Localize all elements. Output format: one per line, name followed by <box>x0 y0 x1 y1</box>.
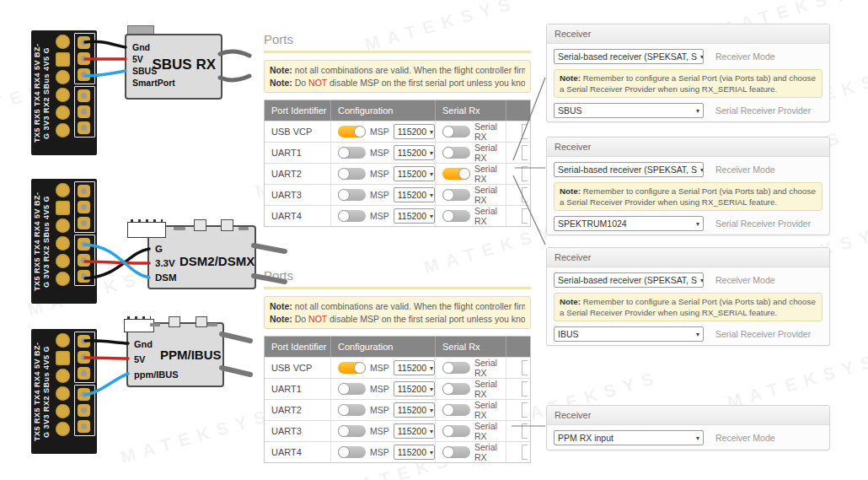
ports-table: Port Identifier Configuration Serial Rx … <box>264 336 531 463</box>
dsm-pin-labels: G 3.3V DSM <box>155 242 177 285</box>
serial-rx-toggle[interactable] <box>442 446 470 458</box>
dropdown-caret-icon: ▾ <box>430 213 433 220</box>
msp-toggle[interactable] <box>338 362 366 374</box>
serial-rx-label: Serial RX <box>474 400 501 420</box>
ppm-led-marking <box>150 323 160 326</box>
baud-select[interactable]: 115200▾ <box>394 402 435 418</box>
table-row: USB VCP MSP115200▾ Serial RX <box>265 357 530 378</box>
msp-toggle[interactable] <box>338 425 366 437</box>
serial-provider-select[interactable]: SBUS▾ <box>554 103 704 118</box>
solder-pad <box>56 52 70 67</box>
baud-value: 115200 <box>398 384 426 394</box>
receiver-mode-select[interactable]: Serial-based receiver (SPEKSAT, S▾ <box>554 272 704 288</box>
receiver-mode-select[interactable]: Serial-based receiver (SPEKSAT, S▾ <box>554 162 704 177</box>
pad-row-label-inner: G 3V3 RX2 SBus 4V5 G <box>42 329 51 454</box>
antenna-wire <box>222 368 250 375</box>
dropdown-caret-icon: ▾ <box>700 166 704 174</box>
msp-toggle[interactable] <box>338 446 366 458</box>
table-row: USB VCP MSP115200▾ Serial RX <box>265 121 530 142</box>
baud-select[interactable]: 115200▾ <box>394 208 435 224</box>
dropdown-caret-icon: ▾ <box>430 386 433 393</box>
receiver-mode-value: PPM RX input <box>558 433 613 443</box>
serial-rx-toggle[interactable] <box>442 126 470 138</box>
msp-toggle[interactable] <box>338 404 366 416</box>
receiver-mode-select[interactable]: Serial-based receiver (SPEKSAT, S▾ <box>554 49 704 64</box>
solder-pad <box>56 369 70 383</box>
msp-label: MSP <box>370 363 389 373</box>
pin-label-gnd: Gnd <box>132 41 175 53</box>
msp-toggle[interactable] <box>338 147 366 159</box>
pad-group <box>74 86 95 138</box>
solder-pad <box>78 185 90 197</box>
serial-provider-select[interactable]: SPEKTRUM1024▾ <box>554 216 704 231</box>
port-name: UART4 <box>265 442 331 462</box>
serial-rx-label: Serial RX <box>474 421 501 441</box>
port-name: USB VCP <box>265 358 331 378</box>
solder-pad <box>56 218 70 233</box>
note-text: not all combinations are valid. When the… <box>292 65 525 75</box>
serial-rx-label: Serial RX <box>474 379 501 399</box>
serial-rx-toggle[interactable] <box>442 168 470 180</box>
dropdown-caret-icon: ▾ <box>430 170 433 178</box>
ports-note-box: Note: not all combinations are valid. Wh… <box>264 296 531 329</box>
pad-group <box>74 385 95 436</box>
receiver-mode-select[interactable]: PPM RX input▾ <box>554 430 704 445</box>
table-header-row: Port Identifier Configuration Serial Rx <box>265 100 530 121</box>
msp-toggle[interactable] <box>338 189 366 201</box>
msp-toggle[interactable] <box>338 168 366 180</box>
msp-toggle[interactable] <box>338 210 366 222</box>
serial-provider-label: Serial Receiver Provider <box>715 218 811 229</box>
pad-column-left <box>56 35 70 138</box>
baud-select[interactable]: 115200▾ <box>394 381 435 396</box>
ports-panel-ppm: Ports Note: not all combinations are val… <box>264 268 531 463</box>
pad-row-label-outer: TX5 RX5 TX4 RX4 5V BZ- <box>33 329 42 454</box>
serial-rx-toggle[interactable] <box>442 383 470 395</box>
table-row: UART1 MSP115200▾ Serial RX <box>265 378 530 399</box>
col-header-serial-rx: Serial Rx <box>436 100 506 121</box>
col-header-port: Port Identifier <box>265 337 331 357</box>
serial-rx-toggle[interactable] <box>442 404 470 416</box>
receiver-mode-label: Receiver Mode <box>715 275 775 285</box>
msp-toggle[interactable] <box>338 126 366 138</box>
dsm-button <box>194 219 206 231</box>
baud-select[interactable]: 115200▾ <box>394 187 435 202</box>
serial-rx-toggle[interactable] <box>442 425 470 437</box>
receiver-mode-value: Serial-based receiver (SPEKSAT, S <box>558 51 697 62</box>
msp-toggle[interactable] <box>338 383 366 395</box>
serial-rx-toggle[interactable] <box>442 189 470 201</box>
baud-select[interactable]: 115200▾ <box>394 166 435 181</box>
diagram-canvas: MATEKSYS MATEKSYS MATEKSYS MATEKSYS MATE… <box>0 0 868 480</box>
dropdown-caret-icon: ▾ <box>430 128 433 136</box>
baud-select[interactable]: 115200▾ <box>394 360 435 375</box>
serial-rx-toggle[interactable] <box>442 210 470 222</box>
solder-pad <box>78 68 90 81</box>
dropdown-caret-icon: ▾ <box>696 331 699 338</box>
note-text: Remember to configure a Serial Port (via… <box>560 73 816 94</box>
pad-row-label-outer: TX5 RX5 TX4 RX4 5V BZ- <box>33 179 42 304</box>
serial-rx-label: Serial RX <box>474 206 501 226</box>
baud-select[interactable]: 115200▾ <box>394 124 435 139</box>
baud-select[interactable]: 115200▾ <box>394 423 435 439</box>
table-row: UART3 MSP115200▾ Serial RX <box>265 184 530 205</box>
baud-value: 115200 <box>398 148 426 158</box>
dropdown-caret-icon: ▾ <box>430 428 433 435</box>
col-header-configuration: Configuration <box>331 337 436 357</box>
note-highlight: NOT <box>308 78 327 88</box>
clipped-select-fragment <box>522 145 528 160</box>
fc-pad-board-ppm: TX5 RX5 TX4 RX4 5V BZ- G 3V3 RX2 SBus 4V… <box>31 329 97 454</box>
serial-rx-toggle[interactable] <box>442 147 470 159</box>
receiver-panel-header: Receiver <box>547 138 829 157</box>
table-row: UART4 MSP115200▾ Serial RX <box>265 205 530 226</box>
pad-column-left <box>56 333 70 436</box>
msp-label: MSP <box>370 384 389 394</box>
solder-pad <box>78 201 90 213</box>
baud-select[interactable]: 115200▾ <box>394 145 435 160</box>
serial-rx-toggle[interactable] <box>442 362 470 374</box>
serial-provider-select[interactable]: IBUS▾ <box>554 326 704 342</box>
pin-label-smartport: SmartPort <box>132 77 175 89</box>
antenna-wire <box>222 334 250 341</box>
note-text: disable MSP on the first serial port unl… <box>327 314 525 324</box>
baud-select[interactable]: 115200▾ <box>394 445 435 460</box>
pin-label-dsm: DSM <box>155 271 177 285</box>
dsm-module-title: DSM2/DSMX <box>179 254 255 268</box>
